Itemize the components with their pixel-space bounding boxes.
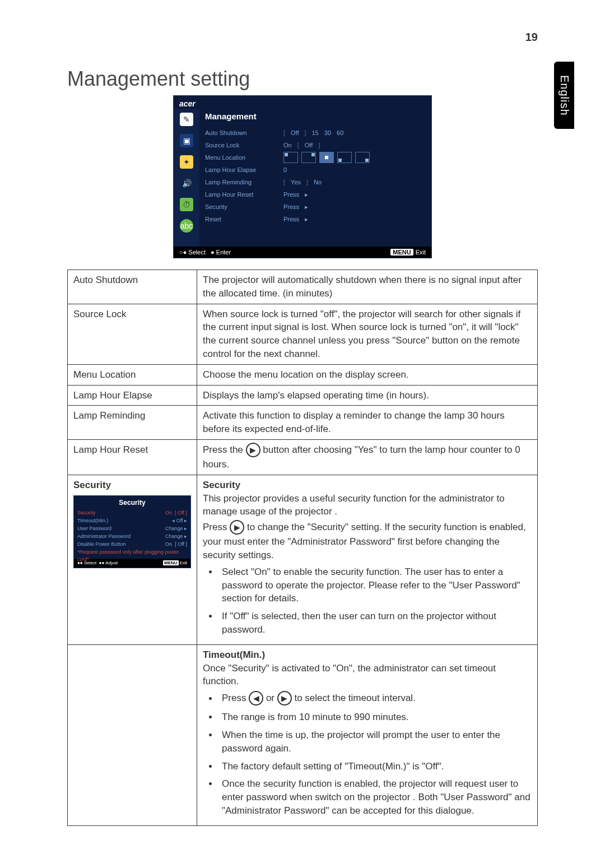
cell-desc: Displays the lamp's elapsed operating ti… bbox=[197, 385, 538, 406]
settings-table: Auto Shutdown The projector will automat… bbox=[67, 270, 538, 826]
osd-row-value: Press▸ bbox=[283, 191, 308, 198]
osd-brand: acer bbox=[174, 96, 431, 109]
list-item: Once the security function is enabled, t… bbox=[218, 777, 532, 817]
osd-row-label: Lamp Hour Reset bbox=[205, 191, 283, 198]
osd-row-value: Press▸ bbox=[283, 216, 308, 223]
cell-label: Lamp Reminding bbox=[68, 406, 197, 440]
right-arrow-icon: ▶ bbox=[230, 520, 244, 535]
osd-row-label: Source Lock bbox=[205, 142, 283, 148]
color-icon: ▣ bbox=[180, 134, 193, 147]
osd-management-menu: acer ✎ ▣ ✦ 🔊 ⏱ abc Management Auto Shutd… bbox=[173, 95, 432, 258]
cell-desc: When source lock is turned "off", the pr… bbox=[197, 304, 538, 364]
page-title: Management setting bbox=[67, 67, 538, 91]
cell-label: Lamp Hour Reset bbox=[68, 439, 197, 475]
cell-desc: The projector will automatically shutdow… bbox=[197, 270, 538, 304]
left-arrow-icon: ◀ bbox=[249, 691, 263, 705]
cell-label bbox=[68, 644, 197, 825]
list-item: The range is from 10 minute to 990 minut… bbox=[218, 711, 532, 724]
list-item: Select "On" to enable the security funct… bbox=[218, 565, 532, 605]
image-icon: ✎ bbox=[180, 113, 193, 126]
osd-footer: ○● Select ● Enter MENUExit bbox=[174, 247, 431, 258]
osd-row-value: 0 bbox=[283, 166, 287, 173]
page-number: 19 bbox=[525, 31, 538, 44]
audio-icon: 🔊 bbox=[180, 177, 193, 190]
osd-heading: Management bbox=[205, 112, 426, 121]
cell-desc: Press the ▶ button after choosing "Yes" … bbox=[197, 439, 538, 475]
management-icon: ✦ bbox=[180, 155, 193, 169]
timer-icon: ⏱ bbox=[180, 198, 193, 211]
list-item: The factory default setting of "Timeout(… bbox=[218, 760, 532, 773]
osd-row-value: [Yes]No bbox=[283, 179, 322, 185]
language-icon: abc bbox=[180, 219, 193, 233]
list-item: When the time is up, the projector will … bbox=[218, 728, 532, 755]
language-tab: English bbox=[554, 62, 574, 129]
osd-row-label: Lamp Hour Elapse bbox=[205, 166, 283, 173]
osd-row-value: On[Off] bbox=[283, 142, 320, 148]
cell-label: Security Security SecurityOn [ Off ] Tim… bbox=[68, 475, 197, 644]
osd-row-label: Lamp Reminding bbox=[205, 179, 283, 185]
cell-desc: Activate this function to display a remi… bbox=[197, 406, 538, 440]
cell-desc: Choose the menu location on the display … bbox=[197, 364, 538, 385]
osd-menu-location bbox=[283, 152, 370, 163]
osd-row-value: [Off] 153060 bbox=[283, 129, 343, 136]
osd-row-label: Menu Location bbox=[205, 154, 283, 161]
cell-desc: Timeout(Min.) Once "Security" is activat… bbox=[197, 644, 538, 825]
cell-desc: Security This projector provides a usefu… bbox=[197, 475, 538, 644]
list-item: Press ◀ or ▶ to select the timeout inter… bbox=[218, 691, 532, 706]
osd-row-label: Auto Shutdown bbox=[205, 129, 283, 136]
right-arrow-icon: ▶ bbox=[246, 443, 260, 457]
right-arrow-icon: ▶ bbox=[277, 691, 292, 705]
cell-label: Source Lock bbox=[68, 304, 197, 364]
osd-row-label: Reset bbox=[205, 216, 283, 222]
list-item: If "Off" is selected, then the user can … bbox=[218, 610, 532, 637]
osd-sidebar: ✎ ▣ ✦ 🔊 ⏱ abc bbox=[174, 109, 199, 247]
osd-security-submenu: Security SecurityOn [ Off ] Timeout(Min.… bbox=[73, 495, 191, 568]
cell-label: Auto Shutdown bbox=[68, 270, 197, 304]
osd-row-value: Press▸ bbox=[283, 203, 308, 211]
cell-label: Lamp Hour Elapse bbox=[68, 385, 197, 406]
osd-row-label: Security bbox=[205, 203, 283, 210]
cell-label: Menu Location bbox=[68, 364, 197, 385]
